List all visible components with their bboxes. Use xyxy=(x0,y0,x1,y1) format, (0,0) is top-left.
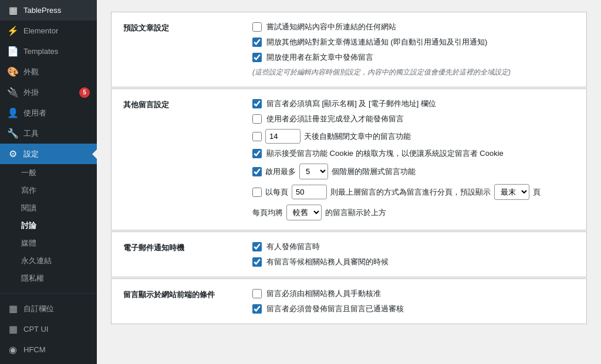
checkbox-held-review[interactable] xyxy=(252,257,262,267)
sidebar-item-label: 設定 xyxy=(23,149,90,159)
field-anyone-posts: 有人發佈留言時 xyxy=(252,241,575,252)
select-order[interactable]: 較新較舊 xyxy=(286,205,322,220)
label-nested-before: 啟用最多 xyxy=(265,166,296,177)
sidebar-item-label: Templates xyxy=(23,47,90,56)
section-other-comment: 其他留言設定 留言者必須填寫 [顯示名稱] 及 [電子郵件地址] 欄位 使用者必… xyxy=(111,89,587,230)
section-label-default-post: 預設文章設定 xyxy=(123,22,241,33)
section-comment-display: 留言顯示於網站前端的條件 留言必須由相關站務人員手動核准 留言者必須曾發佈留言且… xyxy=(111,278,587,324)
label-trackback: 開放其他網站對新文章傳送連結通知 (即自動引用通知及引用通知) xyxy=(266,37,487,47)
label-registered: 使用者必須註冊並完成登入才能發佈留言 xyxy=(266,114,404,124)
label-pagination-page: 頁 xyxy=(533,187,541,198)
field-pingback: 嘗試通知網站內容中所連結的任何網站 xyxy=(252,22,575,32)
submenu-item-permalink[interactable]: 永久連結 xyxy=(0,252,97,270)
label-held-review: 有留言等候相關站務人員審閱的時候 xyxy=(266,257,389,267)
label-prior-approved: 留言者必須曾發佈留言且留言已通過審核 xyxy=(266,304,404,314)
sidebar-item-settings[interactable]: ⚙ 設定 xyxy=(0,144,97,164)
checkbox-manual-approve[interactable] xyxy=(252,289,262,298)
sidebar-item-custom-fields[interactable]: ▦ 自訂欄位 xyxy=(0,298,97,319)
field-held-review: 有留言等候相關站務人員審閱的時候 xyxy=(252,257,575,267)
sidebar-item-label: HFCM xyxy=(23,345,90,354)
field-comments-new: 開放使用者在新文章中發佈留言 xyxy=(252,52,575,63)
sidebar-item-label: Elementor xyxy=(23,26,90,35)
plugins-icon: 🔌 xyxy=(7,87,19,98)
templates-icon: 📄 xyxy=(7,46,19,57)
checkbox-nested[interactable] xyxy=(252,167,262,176)
sidebar-item-label: TablePress xyxy=(23,6,90,15)
sidebar-item-templates[interactable]: 📄 Templates xyxy=(0,41,97,62)
input-pagination-count[interactable] xyxy=(292,185,327,199)
section-email-notify: 電子郵件通知時機 有人發佈留言時 有留言等候相關站務人員審閱的時候 xyxy=(111,232,587,277)
checkbox-pagination[interactable] xyxy=(252,188,262,197)
submenu-item-reading[interactable]: 閱讀 xyxy=(0,199,97,217)
checkbox-anyone-posts[interactable] xyxy=(252,242,262,251)
submenu-item-media[interactable]: 媒體 xyxy=(0,234,97,252)
custom-fields-icon: ▦ xyxy=(7,303,19,314)
checkbox-prior-approved[interactable] xyxy=(252,304,262,314)
label-nested-after: 個階層的階層式留言功能 xyxy=(332,166,416,177)
sidebar-item-hfcm[interactable]: ◉ HFCM xyxy=(0,339,97,360)
sidebar-item-label: CPT UI xyxy=(23,325,90,334)
submenu-item-writing[interactable]: 寫作 xyxy=(0,182,97,199)
sidebar-item-label: 外觀 xyxy=(23,67,90,77)
sidebar-item-label: 自訂欄位 xyxy=(23,304,90,314)
field-manual-approve: 留言必須由相關站務人員手動核准 xyxy=(252,288,575,299)
sidebar-item-cpt-ui[interactable]: ▦ CPT UI xyxy=(0,319,97,339)
label-cookie: 顯示接受留言功能 Cookie 的核取方塊，以便讓系統設定留言者 Cookie xyxy=(266,148,504,159)
input-close-days[interactable] xyxy=(265,129,300,144)
sidebar: ▦ TablePress ⚡ Elementor 📄 Templates 🎨 外… xyxy=(0,0,97,364)
checkbox-comments-new[interactable] xyxy=(252,53,262,62)
cpt-ui-icon: ▦ xyxy=(7,324,19,335)
field-pagination: 以每頁 則最上層留言的方式為留言進行分頁，預設顯示 最新最末 頁 xyxy=(252,184,575,200)
label-order-after: 的留言顯示於上方 xyxy=(325,207,386,218)
section-label-email-notify: 電子郵件通知時機 xyxy=(123,241,241,253)
field-order: 每頁均將 較新較舊 的留言顯示於上方 xyxy=(252,205,575,220)
sidebar-item-tools[interactable]: 🔧 工具 xyxy=(0,123,97,144)
select-nested-levels[interactable]: 2345678910 xyxy=(299,164,328,179)
plugins-badge: 5 xyxy=(79,87,90,98)
label-comments-new: 開放使用者在新文章中發佈留言 xyxy=(266,52,373,63)
field-name-email: 留言者必須填寫 [顯示名稱] 及 [電子郵件地址] 欄位 xyxy=(252,98,575,109)
checkbox-cookie[interactable] xyxy=(252,149,262,158)
field-close-days: 天後自動關閉文章中的留言功能 xyxy=(252,129,575,144)
sidebar-item-label: 外掛 xyxy=(23,87,75,98)
field-prior-approved: 留言者必須曾發佈留言且留言已通過審核 xyxy=(252,304,575,314)
checkbox-pingback[interactable] xyxy=(252,22,262,32)
sidebar-item-appearance[interactable]: 🎨 外觀 xyxy=(0,62,97,82)
section-label-other-comment: 其他留言設定 xyxy=(123,98,241,110)
checkbox-name-email[interactable] xyxy=(252,99,262,108)
main-content: 預設文章設定 嘗試通知網站內容中所連結的任何網站 開放其他網站對新文章傳送連結通… xyxy=(97,0,601,364)
field-cookie: 顯示接受留言功能 Cookie 的核取方塊，以便讓系統設定留言者 Cookie xyxy=(252,148,575,159)
sidebar-item-users[interactable]: 👤 使用者 xyxy=(0,103,97,123)
select-pagination-page[interactable]: 最新最末 xyxy=(494,184,529,200)
checkbox-registered[interactable] xyxy=(252,114,262,124)
label-pingback: 嘗試通知網站內容中所連結的任何網站 xyxy=(266,22,396,32)
checkbox-close-days[interactable] xyxy=(252,132,262,141)
sidebar-item-tablepress[interactable]: ▦ TablePress xyxy=(0,0,97,21)
hfcm-icon: ◉ xyxy=(7,344,19,355)
section-default-post: 預設文章設定 嘗試通知網站內容中所連結的任何網站 開放其他網站對新文章傳送連結通… xyxy=(111,12,587,87)
sidebar-item-label: 工具 xyxy=(23,128,90,139)
sidebar-item-label: 使用者 xyxy=(23,108,90,118)
checkbox-trackback[interactable] xyxy=(252,38,262,47)
appearance-icon: 🎨 xyxy=(7,66,19,77)
field-registered: 使用者必須註冊並完成登入才能發佈留言 xyxy=(252,114,575,124)
submenu-item-general[interactable]: 一般 xyxy=(0,164,97,182)
elementor-icon: ⚡ xyxy=(7,25,19,36)
tools-icon: 🔧 xyxy=(7,128,19,139)
label-close-days: 天後自動關閉文章中的留言功能 xyxy=(304,131,411,142)
field-trackback: 開放其他網站對新文章傳送連結通知 (即自動引用通知及引用通知) xyxy=(252,37,575,47)
label-pagination-after: 則最上層留言的方式為留言進行分頁，預設顯示 xyxy=(330,187,491,198)
sidebar-item-elementor[interactable]: ⚡ Elementor xyxy=(0,21,97,41)
section-content-default-post: 嘗試通知網站內容中所連結的任何網站 開放其他網站對新文章傳送連結通知 (即自動引… xyxy=(252,22,575,77)
label-anyone-posts: 有人發佈留言時 xyxy=(266,241,320,252)
users-icon: 👤 xyxy=(7,107,19,118)
section-label-comment-display: 留言顯示於網站前端的條件 xyxy=(123,288,241,300)
submenu-item-discussion[interactable]: 討論 xyxy=(0,217,97,234)
tablepress-icon: ▦ xyxy=(7,5,19,16)
section-content-email-notify: 有人發佈留言時 有留言等候相關站務人員審閱的時候 xyxy=(252,241,575,267)
submenu-item-privacy[interactable]: 隱私權 xyxy=(0,270,97,287)
label-order-before: 每頁均將 xyxy=(252,207,283,218)
note-global-settings: (這些設定可於編輯內容時個別設定，內容中的獨立設定值會優先於這裡的全域設定) xyxy=(252,67,575,77)
settings-icon: ⚙ xyxy=(7,148,19,159)
sidebar-item-plugins[interactable]: 🔌 外掛 5 xyxy=(0,82,97,103)
